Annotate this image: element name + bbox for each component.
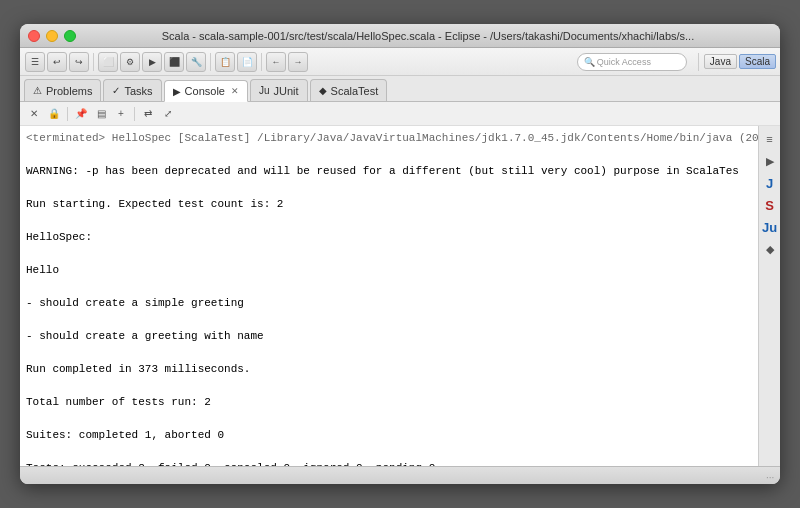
console-line-7: Run completed in 373 milliseconds.: [26, 363, 250, 375]
tab-scalatest[interactable]: ◆ ScalaTest: [310, 79, 388, 101]
perspective-scala[interactable]: Scala: [739, 54, 776, 69]
console-line-3: HelloSpec:: [26, 231, 92, 243]
tab-scalatest-label: ScalaTest: [331, 85, 379, 97]
console-line-9: Suites: completed 1, aborted 0: [26, 429, 224, 441]
toolbar-sep-1: [93, 53, 94, 71]
traffic-lights: [28, 30, 76, 42]
console-line-1: WARNING: -p has been deprecated and will…: [26, 165, 739, 177]
quick-access-label: Quick Access: [597, 57, 651, 67]
tab-tasks-label: Tasks: [124, 85, 152, 97]
pin-btn[interactable]: 📌: [72, 105, 90, 123]
maximize-view-btn[interactable]: ⤢: [159, 105, 177, 123]
persp-sep: [698, 53, 699, 71]
toolbar-btn-2[interactable]: ↩: [47, 52, 67, 72]
tab-problems-label: Problems: [46, 85, 92, 97]
link-with-editor-btn[interactable]: ⇄: [139, 105, 157, 123]
perspective-area: Java Scala: [695, 53, 776, 71]
toolbar-btn-5[interactable]: ⚙: [120, 52, 140, 72]
tab-toolbar: ✕ 🔒 📌 ▤ + ⇄ ⤢: [20, 102, 780, 126]
toolbar-sep-2: [210, 53, 211, 71]
maximize-button[interactable]: [64, 30, 76, 42]
toolbar-btn-12[interactable]: →: [288, 52, 308, 72]
side-scala-icon[interactable]: S: [761, 196, 779, 214]
tab-sep-1: [67, 107, 68, 121]
side-scalatest-icon[interactable]: ◆: [761, 240, 779, 258]
toolbar-btn-8[interactable]: 🔧: [186, 52, 206, 72]
tab-sep-2: [134, 107, 135, 121]
junit-icon: Ju: [259, 85, 270, 96]
console-line-4: Hello: [26, 264, 59, 276]
side-java-icon[interactable]: J: [761, 174, 779, 192]
toolbar-btn-7[interactable]: ⬛: [164, 52, 184, 72]
console-line-8: Total number of tests run: 2: [26, 396, 211, 408]
quick-access-area: 🔍 Quick Access: [577, 53, 687, 71]
open-console-btn[interactable]: ▤: [92, 105, 110, 123]
tab-tasks[interactable]: ✓ Tasks: [103, 79, 161, 101]
toolbar-btn-6[interactable]: ▶: [142, 52, 162, 72]
tab-console-label: Console: [185, 85, 225, 97]
side-tasks-icon[interactable]: ≡: [761, 130, 779, 148]
tab-problems[interactable]: ⚠ Problems: [24, 79, 101, 101]
console-line-2: Run starting. Expected test count is: 2: [26, 198, 283, 210]
quick-access-search[interactable]: 🔍 Quick Access: [577, 53, 687, 71]
minimize-button[interactable]: [46, 30, 58, 42]
clear-console-btn[interactable]: ✕: [25, 105, 43, 123]
tab-bar: ⚠ Problems ✓ Tasks ▶ Console ✕ Ju JUnit …: [20, 76, 780, 102]
eclipse-window: Scala - scala-sample-001/src/test/scala/…: [20, 24, 780, 484]
close-button[interactable]: [28, 30, 40, 42]
tasks-icon: ✓: [112, 85, 120, 96]
console-container: <terminated> HelloSpec [ScalaTest] /Libr…: [20, 126, 780, 466]
tab-junit[interactable]: Ju JUnit: [250, 79, 308, 101]
side-console-icon[interactable]: ▶: [761, 152, 779, 170]
toolbar-sep-3: [261, 53, 262, 71]
scalatest-icon: ◆: [319, 85, 327, 96]
toolbar-btn-3[interactable]: ↪: [69, 52, 89, 72]
window-title: Scala - scala-sample-001/src/test/scala/…: [84, 30, 772, 42]
console-text-block: <terminated> HelloSpec [ScalaTest] /Libr…: [26, 130, 752, 466]
new-console-btn[interactable]: +: [112, 105, 130, 123]
console-line-5: - should create a simple greeting: [26, 297, 244, 309]
console-output: <terminated> HelloSpec [ScalaTest] /Libr…: [20, 126, 758, 466]
side-icons-panel: ≡ ▶ J S Ju ◆: [758, 126, 780, 466]
console-icon: ▶: [173, 86, 181, 97]
search-icon: 🔍: [584, 57, 594, 67]
perspective-java[interactable]: Java: [704, 54, 737, 69]
tab-junit-label: JUnit: [274, 85, 299, 97]
resize-handle[interactable]: [766, 472, 774, 480]
tab-console[interactable]: ▶ Console ✕: [164, 80, 248, 102]
console-line-6: - should create a greeting with name: [26, 330, 264, 342]
toolbar-btn-11[interactable]: ←: [266, 52, 286, 72]
main-toolbar: ☰ ↩ ↪ ⬜ ⚙ ▶ ⬛ 🔧 📋 📄 ← → 🔍 Quick Access J…: [20, 48, 780, 76]
scroll-lock-btn[interactable]: 🔒: [45, 105, 63, 123]
toolbar-btn-9[interactable]: 📋: [215, 52, 235, 72]
console-header: <terminated> HelloSpec [ScalaTest] /Libr…: [26, 132, 758, 144]
toolbar-btn-4[interactable]: ⬜: [98, 52, 118, 72]
console-tab-close[interactable]: ✕: [231, 86, 239, 96]
toolbar-btn-1[interactable]: ☰: [25, 52, 45, 72]
problems-icon: ⚠: [33, 85, 42, 96]
title-bar: Scala - scala-sample-001/src/test/scala/…: [20, 24, 780, 48]
status-bar: [20, 466, 780, 484]
side-ju-icon[interactable]: Ju: [761, 218, 779, 236]
toolbar-btn-10[interactable]: 📄: [237, 52, 257, 72]
